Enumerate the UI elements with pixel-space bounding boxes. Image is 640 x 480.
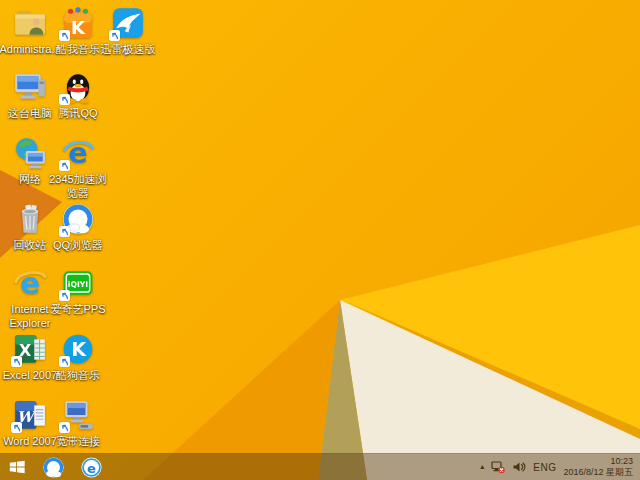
desktop-icon-label: 回收站 — [14, 239, 47, 253]
kugou-icon: K — [61, 332, 95, 366]
desktop-icon-label: 腾讯QQ — [58, 107, 97, 121]
svg-text:K: K — [71, 338, 87, 361]
kuwo-music-icon: K — [61, 6, 95, 40]
shortcut-arrow-icon — [59, 422, 70, 433]
desktop-icon-label: 酷狗音乐 — [56, 369, 100, 383]
desktop-icon-label: 这台电脑 — [8, 107, 52, 121]
network-status-icon[interactable] — [491, 460, 505, 474]
recycle-bin-icon — [13, 202, 47, 236]
desktop[interactable]: Administra... K 酷我音乐 — [0, 0, 640, 480]
user-folder-icon — [13, 6, 47, 40]
shortcut-arrow-icon — [11, 356, 22, 367]
shortcut-arrow-icon — [59, 30, 70, 41]
clock[interactable]: 10:23 2016/8/12 星期五 — [563, 456, 633, 478]
desktop-icon-label: 酷我音乐 — [56, 43, 100, 57]
desktop-icon-label: 宽带连接 — [56, 435, 100, 449]
excel-icon: X — [13, 332, 47, 366]
taskbar: e ▴ ENG 10:23 — [0, 453, 640, 480]
qq-penguin-icon — [61, 70, 95, 104]
svg-text:K: K — [71, 17, 86, 38]
system-tray: ▴ ENG 10:23 2016/8/12 星期五 — [480, 456, 640, 478]
svg-text:iQIYI: iQIYI — [68, 280, 88, 289]
shortcut-arrow-icon — [59, 356, 70, 367]
2345-browser-e-icon: e — [61, 136, 95, 170]
language-indicator[interactable]: ENG — [533, 462, 556, 473]
word-icon: W — [13, 398, 47, 432]
desktop-icon-tencent-qq[interactable]: 腾讯QQ — [48, 70, 108, 121]
computer-icon — [13, 70, 47, 104]
qq-browser-icon — [42, 456, 65, 479]
clock-date: 2016/8/12 星期五 — [563, 467, 633, 478]
shortcut-arrow-icon — [59, 94, 70, 105]
qq-browser-icon — [61, 202, 95, 236]
iqiyi-icon: iQIYI — [61, 266, 95, 300]
svg-text:e: e — [20, 266, 40, 300]
shortcut-arrow-icon — [59, 226, 70, 237]
desktop-icon-qq-browser[interactable]: QQ浏览器 — [48, 202, 108, 253]
shortcut-arrow-icon — [59, 290, 70, 301]
xunlei-bird-icon — [111, 6, 145, 40]
desktop-icon-iqiyi-pps[interactable]: iQIYI 爱奇艺PPS — [48, 266, 108, 317]
start-button[interactable] — [0, 454, 34, 480]
shortcut-arrow-icon — [109, 30, 120, 41]
desktop-icon-label: 2345加速浏览器 — [48, 173, 108, 201]
network-globe-icon — [13, 136, 47, 170]
volume-icon[interactable] — [512, 460, 526, 474]
internet-explorer-icon: e — [13, 266, 47, 300]
desktop-icon-xunlei[interactable]: 迅雷极速版 — [98, 6, 158, 57]
desktop-icon-label: 网络 — [19, 173, 41, 187]
broadband-connection-icon — [61, 398, 95, 432]
taskbar-qq-browser-button[interactable] — [34, 454, 72, 480]
taskbar-browser-e-button[interactable]: e — [72, 454, 110, 480]
desktop-icon-label: 迅雷极速版 — [101, 43, 156, 57]
desktop-icon-2345-browser[interactable]: e 2345加速浏览器 — [48, 136, 108, 201]
windows-logo-icon — [8, 458, 26, 476]
desktop-icon-label: QQ浏览器 — [53, 239, 103, 253]
shortcut-arrow-icon — [11, 422, 22, 433]
show-hidden-icons-chevron[interactable]: ▴ — [480, 463, 484, 471]
desktop-icon-broadband-connection[interactable]: 宽带连接 — [48, 398, 108, 449]
browser-e-icon: e — [80, 456, 103, 479]
svg-text:e: e — [87, 460, 96, 475]
desktop-icon-kugou-music[interactable]: K 酷狗音乐 — [48, 332, 108, 383]
shortcut-arrow-icon — [59, 160, 70, 171]
desktop-icon-label: 爱奇艺PPS — [50, 303, 105, 317]
clock-time: 10:23 — [563, 456, 633, 467]
